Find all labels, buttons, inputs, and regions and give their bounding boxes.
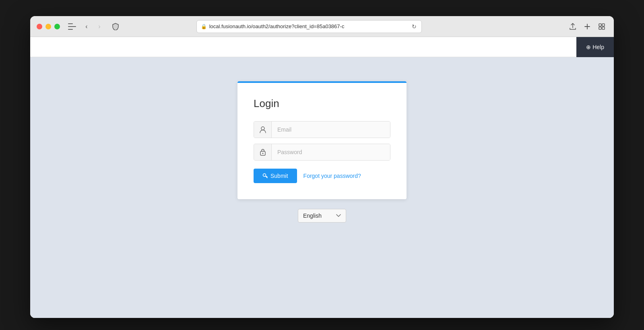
address-bar[interactable]: 🔒 local.fusionauth.io/oauth2/authorize?c… [196, 20, 422, 33]
back-button[interactable]: ‹ [81, 21, 92, 32]
forgot-password-link[interactable]: Forgot your password? [303, 173, 361, 179]
shield-icon [110, 21, 121, 32]
login-title: Login [254, 97, 390, 110]
form-actions: Submit Forgot your password? [254, 169, 390, 183]
minimize-button[interactable] [45, 24, 51, 29]
lock-icon [254, 144, 272, 160]
tabs-button[interactable] [596, 21, 607, 32]
svg-point-6 [262, 153, 263, 154]
password-input-group [254, 144, 390, 161]
reload-button[interactable]: ↻ [411, 23, 417, 31]
new-tab-button[interactable] [582, 21, 593, 32]
language-selector[interactable]: English French Spanish German [298, 209, 346, 223]
url-text: local.fusionauth.io/oauth2/authorize?cli… [209, 23, 409, 29]
user-icon [254, 122, 272, 138]
key-icon [262, 173, 268, 179]
svg-rect-0 [599, 24, 601, 26]
svg-point-7 [263, 174, 266, 177]
svg-rect-2 [599, 27, 601, 29]
submit-button[interactable]: Submit [254, 169, 297, 183]
close-button[interactable] [37, 24, 42, 29]
submit-label: Submit [270, 173, 288, 179]
svg-rect-1 [602, 24, 605, 26]
forward-button[interactable]: › [94, 21, 105, 32]
main-content: Login [30, 57, 614, 318]
nav-buttons: ‹ › [81, 21, 105, 32]
help-button[interactable]: ⊕ Help [576, 37, 614, 57]
svg-rect-3 [602, 27, 605, 29]
browser-window: ‹ › 🔒 local.fusionauth.io/oauth2/authori… [30, 16, 614, 318]
email-input[interactable] [272, 122, 390, 138]
language-selector-wrapper: English French Spanish German [298, 209, 346, 223]
top-bar: ⊕ Help [30, 37, 614, 57]
login-card: Login [237, 81, 407, 199]
password-input[interactable] [272, 144, 390, 160]
share-button[interactable] [567, 21, 578, 32]
maximize-button[interactable] [54, 24, 60, 29]
email-input-group [254, 121, 390, 138]
sidebar-toggle-button[interactable] [68, 23, 76, 30]
title-bar: ‹ › 🔒 local.fusionauth.io/oauth2/authori… [30, 16, 614, 37]
svg-point-4 [261, 127, 264, 130]
title-bar-right [567, 21, 607, 32]
traffic-lights [37, 24, 60, 29]
lock-icon: 🔒 [201, 24, 207, 29]
page-content: ⊕ Help Login [30, 37, 614, 318]
